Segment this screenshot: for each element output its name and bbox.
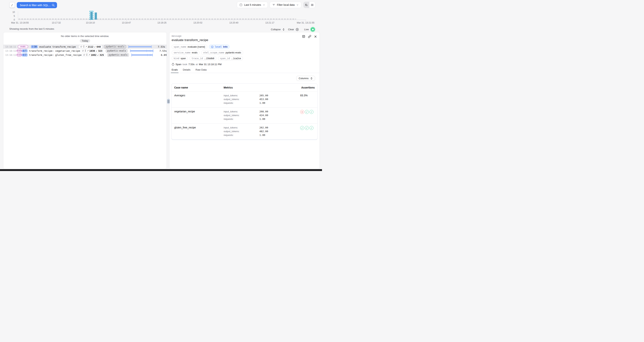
x-tick [306, 20, 306, 21]
assertion-pass-icon[interactable]: ✓ [310, 110, 314, 114]
assertion-fail-icon[interactable]: × [300, 110, 304, 114]
assertion-pass-icon[interactable]: ✓ [305, 126, 309, 130]
metric-label: input_tokens: [224, 110, 260, 113]
filter-label: Filter local data [277, 3, 294, 6]
x-label-3: 13:18:47 [122, 22, 131, 24]
metric-label: input_tokens: [224, 94, 260, 97]
copy-link-icon[interactable] [308, 35, 311, 38]
assertion-pass-icon[interactable]: ✓ [305, 110, 309, 114]
chip-otel-scope-name[interactable]: otel_scope_name pydantic-evals [201, 50, 243, 55]
live-label: Live [304, 28, 309, 31]
clear-label: Clear [288, 28, 294, 31]
span-word: Span [176, 63, 182, 66]
x-label-6: 13:20:40 [230, 22, 238, 24]
x-label-7: 13:21:17 [265, 22, 274, 24]
open-in-panel-icon[interactable] [302, 35, 305, 38]
input-tokens: 1082 [91, 54, 96, 56]
chip-kind[interactable]: kind span [172, 56, 188, 61]
sort-chevrons-icon [310, 77, 313, 80]
assertion-pass-icon[interactable]: ✓ [300, 126, 304, 130]
metric-label: output_tokens: [224, 129, 260, 133]
sigma-icon: Σ [86, 54, 88, 56]
search-icon [52, 4, 55, 7]
scope-tag[interactable]: pydantic-evals [104, 45, 126, 49]
plus-box-icon: ⊞ [23, 54, 24, 56]
token-usage-chip[interactable]: Σ ↗ 1030 ↙ 323 [80, 49, 104, 53]
case-name: gluten_free_recipe [174, 126, 224, 137]
showing-records-text: Showing records from the last 5 minutes [9, 28, 54, 30]
tree-view-toggle[interactable] [304, 2, 309, 8]
coin-icon [83, 54, 85, 56]
span-duration-bar[interactable] [130, 50, 153, 52]
tree-view-icon [305, 3, 308, 7]
y-tick-0: 0 [9, 19, 15, 21]
table-row-vegetarian-recipe[interactable]: vegetarian_recipe input_tokens:208.00 ou… [172, 107, 317, 123]
list-view-icon [311, 3, 314, 7]
assertion-pass-icon[interactable]: ✓ [310, 126, 314, 130]
chip-span-id[interactable]: span_id ...1ca2ce [218, 56, 243, 61]
clear-icon [296, 28, 299, 31]
search-button[interactable]: Search & filter with SQL... [17, 2, 57, 8]
output-arrow-icon: ↙ [97, 54, 99, 56]
live-indicator-icon [310, 27, 315, 32]
time-range-dropdown[interactable]: Last 5 minutes [237, 2, 268, 8]
live-toggle[interactable]: Live [304, 27, 315, 32]
chip-span-name[interactable]: span_name evaluate {name} [172, 45, 207, 49]
tab-evals[interactable]: Evals [172, 68, 178, 73]
tab-raw-data[interactable]: Raw Data [196, 68, 206, 73]
timeline-bar-1[interactable] [90, 12, 92, 20]
chip-level-info[interactable]: level Info [209, 45, 230, 49]
input-arrow-icon: ↗ [85, 46, 87, 48]
filter-local-data-dropdown[interactable]: Filter local data [270, 2, 301, 8]
chip-value: evals [192, 51, 197, 54]
metric-label: output_tokens: [224, 97, 260, 101]
check-glyph: ✓ [301, 127, 303, 129]
timeline-chart[interactable]: 10 5 0 Mar 31. 13:16:55 13:17:32 13:18:1… [0, 11, 322, 25]
metric-value: 1.00 [260, 117, 300, 121]
token-usage-chip[interactable]: Σ ↗ 2112 ↙ 648 [78, 45, 102, 49]
tab-details[interactable]: Details [183, 68, 190, 73]
y-tick-5: 5 [9, 15, 15, 17]
collapse-children-badge[interactable]: ⊟ 16 [31, 45, 38, 48]
span-name: transform_recipe: gluten_free_recipe [29, 54, 82, 56]
trace-row-gluten-free-recipe[interactable]: 13:18:11 evals ⊞ 7 transform_recipe: glu… [3, 53, 166, 57]
input-tokens: 2112 [88, 45, 93, 48]
clear-button[interactable]: Clear [288, 27, 299, 32]
close-panel-icon[interactable]: × [314, 35, 317, 38]
time-range-label: Last 5 minutes [244, 3, 261, 6]
coin-icon [80, 46, 82, 48]
chip-value: evaluate {name} [188, 45, 205, 48]
table-row-averages[interactable]: Averages input_tokens:205.00 output_toke… [172, 91, 317, 107]
collapse-button[interactable]: Collapse [271, 27, 285, 32]
row-timestamp: 13:18:11 [5, 54, 16, 56]
metric-label: requests: [224, 117, 260, 121]
chip-value: ...15ddb8 [204, 57, 214, 60]
token-usage-chip[interactable]: Σ ↗ 1082 ↙ 325 [82, 53, 106, 57]
timeline-bar-2[interactable] [95, 13, 97, 20]
table-header-row: Case name Metrics Assertions [172, 84, 317, 91]
span-duration-bar[interactable] [128, 45, 152, 48]
list-view-toggle[interactable] [309, 2, 315, 8]
evals-tag-pill[interactable]: evals [16, 53, 22, 57]
chip-service-name[interactable]: service_name evals [172, 50, 200, 55]
span-duration-line: Span took 7.53s at Mar 31 13:18:11 PM [170, 63, 320, 66]
at-word: at [196, 63, 198, 66]
minus-box-icon: ⊟ [32, 45, 34, 48]
timestamp-value: Mar 31 13:18:11 PM [199, 63, 222, 66]
chip-value: Info [223, 45, 228, 48]
evals-tag-pill[interactable]: evals [16, 49, 22, 53]
table-row-gluten-free-recipe[interactable]: gluten_free_recipe input_tokens:202.00 o… [172, 123, 317, 139]
chip-value: span [180, 57, 186, 60]
scope-tag[interactable]: pydantic-evals [107, 53, 129, 57]
span-duration-bar[interactable] [131, 54, 155, 56]
scope-tag[interactable]: pydantic-evals [106, 49, 128, 53]
row-timestamp: 13:18:11 [5, 45, 17, 48]
columns-button[interactable]: Columns [296, 76, 315, 81]
chip-trace-id[interactable]: trace_id ...15ddb8 [190, 56, 216, 61]
panel-resize-handle[interactable] [167, 99, 170, 104]
sigma-icon: Σ [85, 50, 86, 52]
chip-key: otel_scope_name [203, 51, 224, 54]
input-arrow-icon: ↗ [88, 54, 90, 56]
check-glyph: ✓ [306, 127, 308, 129]
slash-shortcut-key: / [9, 2, 15, 8]
